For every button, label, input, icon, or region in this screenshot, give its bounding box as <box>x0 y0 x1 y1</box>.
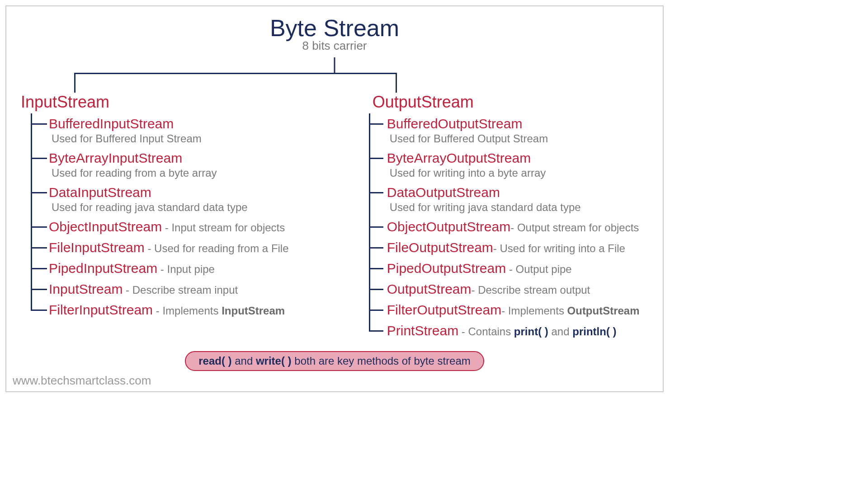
subtitle: 8 bits carrier <box>15 39 654 53</box>
footer-note: read( ) and write( ) both are key method… <box>185 351 484 371</box>
output-stream-tree: BufferedOutputStreamUsed for Buffered Ou… <box>349 113 668 341</box>
class-desc: Used for writing into a byte array <box>390 167 668 179</box>
output-stream-title: OutputStream <box>373 93 668 112</box>
class-name: PipedInputStream <box>49 261 157 276</box>
tree-item: FileOutputStream- Used for writing into … <box>377 237 668 258</box>
tree-item: ObjectInputStream - Input stream for obj… <box>39 216 322 237</box>
footer-method-write: write( ) <box>256 355 292 367</box>
class-desc-inline: - Input pipe <box>157 263 215 275</box>
tree-item: FileInputStream - Used for reading from … <box>39 237 322 258</box>
tree-item: ByteArrayInputStreamUsed for reading fro… <box>39 148 322 182</box>
class-desc-inline: - Describe stream output <box>472 284 590 296</box>
class-desc-bold: InputStream <box>222 305 285 317</box>
connector-vline <box>334 57 335 73</box>
tree-item: FilterInputStream - Implements InputStre… <box>39 300 322 320</box>
class-desc-inline: - Contains <box>458 325 514 338</box>
watermark: www.btechsmartclass.com <box>13 374 151 388</box>
class-desc-inline: - Used for reading from a File <box>145 242 289 254</box>
output-stream-column: OutputStream BufferedOutputStreamUsed fo… <box>349 93 668 341</box>
tree-item: BufferedInputStreamUsed for Buffered Inp… <box>39 113 322 148</box>
input-stream-column: InputStream BufferedInputStreamUsed for … <box>15 93 322 341</box>
tree-item: PipedInputStream - Input pipe <box>39 258 322 279</box>
footer-method-read: read( ) <box>198 355 231 367</box>
tree-item: BufferedOutputStreamUsed for Buffered Ou… <box>377 113 668 148</box>
connector-top <box>15 57 654 93</box>
class-name: PipedOutputStream <box>387 261 506 276</box>
diagram-frame: Byte Stream 8 bits carrier InputStream B… <box>5 5 664 392</box>
class-name: FileInputStream <box>49 240 145 255</box>
class-desc-text: and <box>548 325 572 338</box>
tree-item: FilterOutputStream- Implements OutputStr… <box>377 300 668 320</box>
class-desc-inline: - Implements <box>153 305 222 317</box>
tree-item: InputStream - Describe stream input <box>39 279 322 300</box>
class-desc-inline: - Output pipe <box>506 263 571 275</box>
class-desc-inline: - Used for writing into a File <box>493 242 625 254</box>
class-name: ByteArrayOutputStream <box>387 150 531 165</box>
class-name: OutputStream <box>387 282 472 296</box>
footer-text-and: and <box>232 355 256 367</box>
class-desc: Used for reading java standard data type <box>52 201 322 214</box>
connector-drop-left <box>74 73 75 93</box>
class-desc-method: print( ) <box>514 325 548 338</box>
class-desc-inline: - Implements <box>501 305 567 317</box>
header: Byte Stream 8 bits carrier <box>15 14 654 53</box>
class-desc: Used for writing java standard data type <box>390 201 668 214</box>
connector-drop-right <box>396 73 397 93</box>
class-name: InputStream <box>49 282 123 296</box>
columns: InputStream BufferedInputStreamUsed for … <box>15 93 654 341</box>
class-name: FileOutputStream <box>387 240 493 255</box>
class-desc-inline: - Input stream for objects <box>162 221 285 234</box>
class-name: ObjectOutputStream <box>387 219 510 234</box>
tree-item: DataOutputStreamUsed for writing java st… <box>377 182 668 216</box>
class-desc-inline: - Output stream for objects <box>510 221 639 234</box>
class-desc-bold: OutputStream <box>567 305 640 317</box>
class-name: DataOutputStream <box>387 185 500 200</box>
tree-vline-right <box>369 113 370 331</box>
input-stream-title: InputStream <box>21 93 322 112</box>
class-name: BufferedInputStream <box>49 116 174 131</box>
class-desc: Used for reading from a byte array <box>52 167 322 179</box>
tree-item: PipedOutputStream - Output pipe <box>377 258 668 279</box>
title: Byte Stream <box>15 14 654 42</box>
class-name: ByteArrayInputStream <box>49 150 182 165</box>
connector-hline <box>74 73 397 74</box>
input-stream-tree: BufferedInputStreamUsed for Buffered Inp… <box>15 113 322 320</box>
class-name: FilterInputStream <box>49 302 153 317</box>
class-name: DataInputStream <box>49 185 151 200</box>
class-desc: Used for Buffered Output Stream <box>390 132 668 145</box>
tree-item: DataInputStreamUsed for reading java sta… <box>39 182 322 216</box>
class-name: ObjectInputStream <box>49 219 162 234</box>
class-desc-method: println( ) <box>572 325 616 338</box>
class-name: BufferedOutputStream <box>387 116 523 131</box>
tree-vline-left <box>31 113 32 310</box>
class-desc-inline: - Describe stream input <box>123 284 238 296</box>
class-name: PrintStream <box>387 323 458 338</box>
class-name: FilterOutputStream <box>387 302 501 317</box>
footer-text-rest: both are key methods of byte stream <box>292 355 471 367</box>
tree-item: PrintStream - Contains print( ) and prin… <box>377 320 668 341</box>
tree-item: OutputStream- Describe stream output <box>377 279 668 300</box>
tree-item: ByteArrayOutputStreamUsed for writing in… <box>377 148 668 182</box>
tree-item: ObjectOutputStream- Output stream for ob… <box>377 216 668 237</box>
class-desc: Used for Buffered Input Stream <box>52 132 322 145</box>
